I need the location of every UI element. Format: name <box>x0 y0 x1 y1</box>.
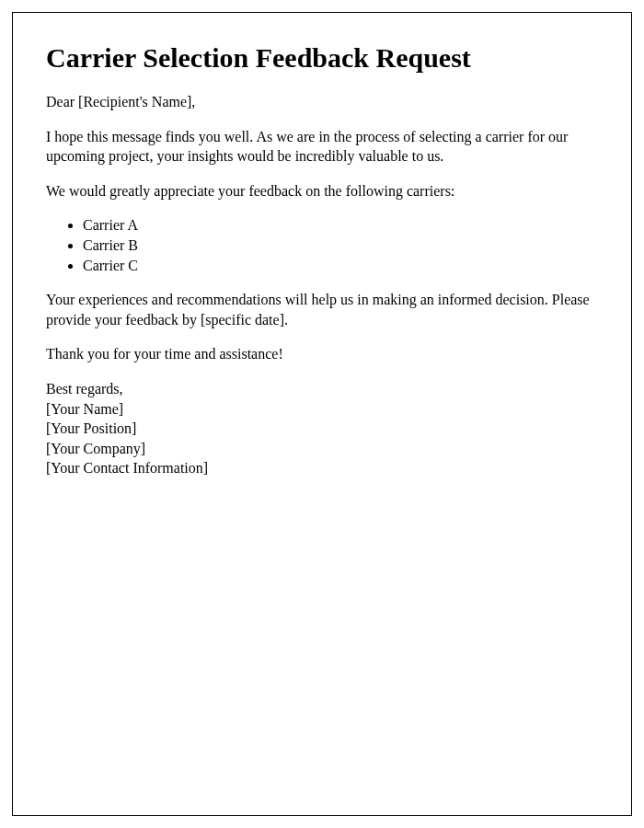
list-item: Carrier C <box>83 256 598 276</box>
followup-paragraph: Your experiences and recommendations wil… <box>46 290 598 329</box>
list-item: Carrier B <box>83 236 598 256</box>
document-frame: Carrier Selection Feedback Request Dear … <box>12 12 632 816</box>
sender-position: [Your Position] <box>46 419 598 439</box>
thanks-line: Thank you for your time and assistance! <box>46 344 598 364</box>
intro-paragraph: I hope this message finds you well. As w… <box>46 127 598 167</box>
signature-block: Best regards, [Your Name] [Your Position… <box>46 379 598 478</box>
sender-company: [Your Company] <box>46 439 598 459</box>
sender-name: [Your Name] <box>46 399 598 420</box>
carrier-list: Carrier A Carrier B Carrier C <box>83 215 598 275</box>
sender-contact: [Your Contact Information] <box>46 458 598 478</box>
request-line: We would greatly appreciate your feedbac… <box>46 181 598 201</box>
closing-line: Best regards, <box>46 379 598 399</box>
salutation: Dear [Recipient's Name], <box>46 92 598 112</box>
list-item: Carrier A <box>83 215 598 236</box>
document-title: Carrier Selection Feedback Request <box>46 42 598 74</box>
